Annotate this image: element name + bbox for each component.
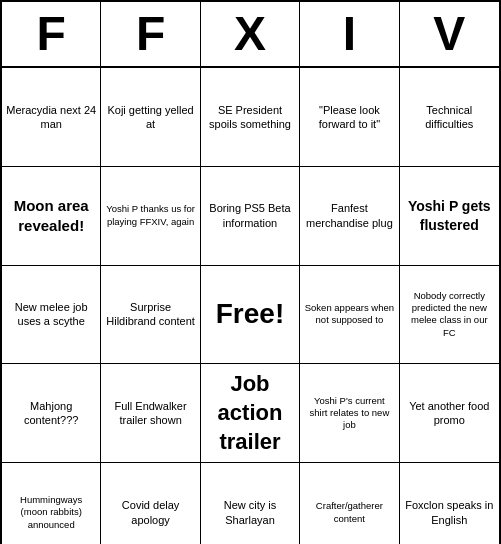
bingo-card: FFXIV Meracydia next 24 manKoji getting … (0, 0, 501, 544)
header-letter-f: F (101, 2, 200, 66)
bingo-cell-1: Koji getting yelled at (101, 68, 200, 167)
cell-text-20: Hummingways (moon rabbits) announced (6, 494, 96, 531)
bingo-cell-12: Free! (201, 266, 300, 365)
cell-text-3: "Please look forward to it" (304, 103, 394, 132)
cell-text-10: New melee job uses a scythe (6, 300, 96, 329)
bingo-grid: Meracydia next 24 manKoji getting yelled… (2, 68, 499, 544)
cell-text-9: Yoshi P gets flustered (404, 197, 495, 233)
cell-text-12: Free! (216, 296, 284, 332)
bingo-cell-9: Yoshi P gets flustered (400, 167, 499, 266)
bingo-cell-13: Soken appears when not supposed to (300, 266, 399, 365)
bingo-cell-5: Moon area revealed! (2, 167, 101, 266)
header-letter-i: I (300, 2, 399, 66)
bingo-cell-22: New city is Sharlayan (201, 463, 300, 544)
header-letter-v: V (400, 2, 499, 66)
bingo-cell-21: Covid delay apology (101, 463, 200, 544)
bingo-cell-23: Crafter/gatherer content (300, 463, 399, 544)
bingo-cell-17: Job action trailer (201, 364, 300, 463)
bingo-cell-16: Full Endwalker trailer shown (101, 364, 200, 463)
cell-text-5: Moon area revealed! (6, 196, 96, 235)
bingo-cell-18: Yoshi P's current shirt relates to new j… (300, 364, 399, 463)
cell-text-11: Surprise Hildibrand content (105, 300, 195, 329)
cell-text-16: Full Endwalker trailer shown (105, 399, 195, 428)
cell-text-13: Soken appears when not supposed to (304, 302, 394, 327)
bingo-cell-10: New melee job uses a scythe (2, 266, 101, 365)
bingo-cell-0: Meracydia next 24 man (2, 68, 101, 167)
cell-text-0: Meracydia next 24 man (6, 103, 96, 132)
bingo-cell-11: Surprise Hildibrand content (101, 266, 200, 365)
cell-text-4: Technical difficulties (404, 103, 495, 132)
cell-text-23: Crafter/gatherer content (304, 500, 394, 525)
cell-text-18: Yoshi P's current shirt relates to new j… (304, 395, 394, 432)
cell-text-8: Fanfest merchandise plug (304, 201, 394, 230)
cell-text-14: Nobody correctly predicted the new melee… (404, 290, 495, 339)
bingo-cell-8: Fanfest merchandise plug (300, 167, 399, 266)
bingo-cell-2: SE President spoils something (201, 68, 300, 167)
cell-text-17: Job action trailer (205, 370, 295, 456)
bingo-cell-3: "Please look forward to it" (300, 68, 399, 167)
cell-text-15: Mahjong content??? (6, 399, 96, 428)
header-letter-f: F (2, 2, 101, 66)
bingo-header: FFXIV (2, 2, 499, 68)
bingo-cell-7: Boring PS5 Beta information (201, 167, 300, 266)
bingo-cell-19: Yet another food promo (400, 364, 499, 463)
header-letter-x: X (201, 2, 300, 66)
bingo-cell-14: Nobody correctly predicted the new melee… (400, 266, 499, 365)
cell-text-22: New city is Sharlayan (205, 498, 295, 527)
cell-text-6: Yoshi P thanks us for playing FFXIV, aga… (105, 203, 195, 228)
cell-text-7: Boring PS5 Beta information (205, 201, 295, 230)
cell-text-24: Foxclon speaks in English (404, 498, 495, 527)
cell-text-2: SE President spoils something (205, 103, 295, 132)
bingo-cell-15: Mahjong content??? (2, 364, 101, 463)
bingo-cell-4: Technical difficulties (400, 68, 499, 167)
cell-text-1: Koji getting yelled at (105, 103, 195, 132)
bingo-cell-24: Foxclon speaks in English (400, 463, 499, 544)
cell-text-21: Covid delay apology (105, 498, 195, 527)
bingo-cell-6: Yoshi P thanks us for playing FFXIV, aga… (101, 167, 200, 266)
cell-text-19: Yet another food promo (404, 399, 495, 428)
bingo-cell-20: Hummingways (moon rabbits) announced (2, 463, 101, 544)
